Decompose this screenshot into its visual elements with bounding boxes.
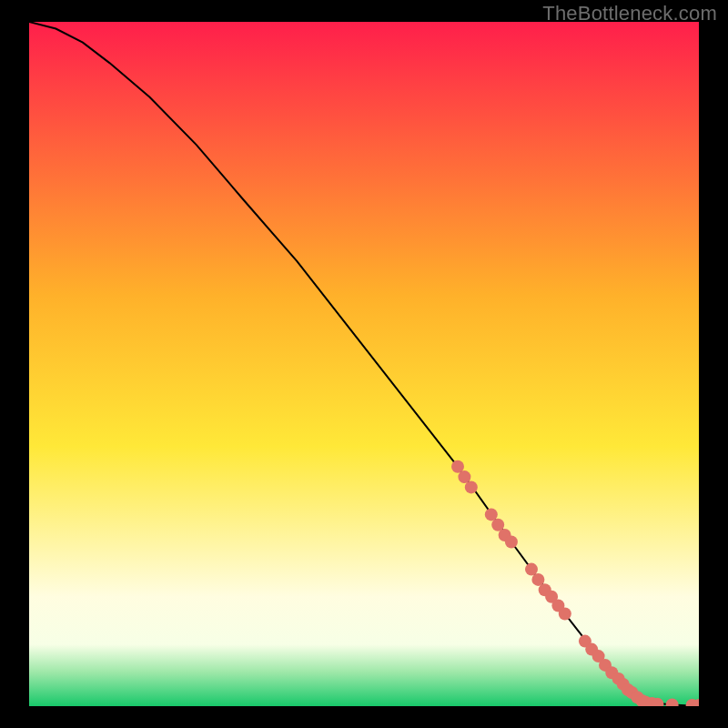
data-marker [559, 608, 571, 621]
watermark-text: TheBottleneck.com [542, 2, 717, 25]
chart-svg [29, 22, 699, 706]
gradient-background [29, 22, 699, 706]
plot-area [29, 22, 699, 706]
data-marker [465, 480, 478, 493]
chart-frame: TheBottleneck.com [0, 0, 728, 728]
data-marker [505, 536, 518, 549]
